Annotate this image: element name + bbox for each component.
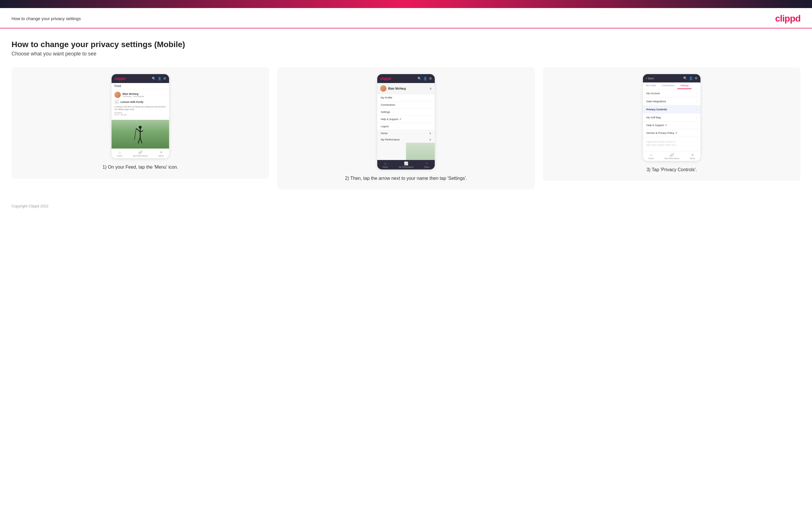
menu-label-1: Menu	[159, 155, 164, 157]
privacy-arrow: ›	[696, 108, 697, 111]
performance-label-3: My Performance	[664, 157, 679, 159]
step-2-description: 2) Then, tap the arrow next to your name…	[345, 175, 467, 181]
menu-label-2: Menu	[424, 166, 429, 168]
top-bar	[0, 0, 812, 8]
user-icon-1: 👤	[158, 77, 162, 80]
menu-user-name: Blair McHarg	[388, 87, 406, 90]
home-icon-2: ⌂	[384, 161, 386, 165]
performance-label-2: My Performance	[399, 166, 413, 168]
step-3-card: < Back 🔍 👤 ⚙ My Profile Connections Sett…	[543, 67, 801, 181]
svg-line-5	[140, 137, 142, 143]
footer: Copyright Clippd 2022	[0, 198, 812, 214]
settings-item-integrations[interactable]: Data Integrations ›	[643, 97, 701, 105]
menu-section-home[interactable]: Home∨	[377, 130, 435, 136]
bottom-performance-3: 📈 My Performance	[664, 153, 679, 159]
main-content: How to change your privacy settings (Mob…	[0, 29, 812, 198]
feed-bar: Feed	[111, 83, 169, 89]
phone-menu-bottom-bar: ⌂ Home 📈 My Performance ✕ Menu	[377, 160, 435, 169]
close-icon-2: ✕	[425, 161, 428, 165]
golf-bag-arrow: ›	[696, 116, 697, 119]
account-arrow: ›	[696, 92, 697, 95]
phone-icons-2: 🔍 👤 ⚙	[417, 77, 432, 80]
settings-item-help[interactable]: Help & Support ↗	[643, 121, 701, 129]
golf-image	[111, 120, 169, 149]
menu-section-performance[interactable]: My Performance∨	[377, 136, 435, 143]
settings-icon-2: ⚙	[429, 77, 432, 80]
phone-logo-2: clippd	[380, 76, 391, 81]
menu-item-logout[interactable]: Logout	[377, 123, 435, 130]
bottom-home-3: ⌂ Home	[648, 153, 654, 159]
home-label-2: Home	[383, 166, 388, 168]
back-button[interactable]: < Back	[646, 77, 654, 80]
settings-item-privacy[interactable]: Privacy Controls ›	[643, 105, 701, 113]
phone-mockup-2: clippd 🔍 👤 ⚙ Blair McHarg ∧	[377, 74, 435, 169]
phone-nav-bar-1: clippd 🔍 👤 ⚙	[111, 74, 169, 83]
search-icon-1: 🔍	[152, 77, 156, 80]
bottom-menu-1: ≡ Menu	[159, 150, 164, 157]
phone-bottom-bar-3: ⌂ Home 📈 My Performance ≡ Menu	[643, 151, 701, 161]
golfer-silhouette	[134, 125, 147, 149]
user-name-1: Blair McHarg	[122, 93, 144, 95]
phone-bottom-bar-1: ⌂ Home 📈 My Performance ≡ Menu	[111, 149, 169, 158]
svg-point-0	[139, 126, 142, 129]
privacy-label: Privacy Controls	[646, 108, 667, 111]
phone-logo-1: clippd	[114, 76, 125, 81]
phone-back-bar: < Back 🔍 👤 ⚙	[643, 74, 701, 82]
phone-icons-3: 🔍 👤 ⚙	[683, 76, 698, 80]
service-label: Service & Privacy Policy ↗	[646, 131, 677, 134]
bottom-performance-2: 📈 My Performance	[399, 161, 413, 168]
home-label-1: Home	[117, 155, 122, 157]
step-3-description: 3) Tap 'Privacy Controls'.	[646, 167, 697, 173]
bottom-menu-close-2[interactable]: ✕ Menu	[424, 161, 429, 168]
header: How to change your privacy settings clip…	[0, 8, 812, 29]
lesson-icon: ▷	[114, 100, 119, 104]
bottom-home-2: ⌂ Home	[383, 161, 388, 168]
menu-item-profile[interactable]: My Profile	[377, 94, 435, 101]
user-sub-1: Yesterday · Sunningdale	[122, 95, 144, 97]
avatar-1	[114, 92, 121, 98]
tab-settings[interactable]: Settings	[677, 82, 692, 89]
menu-item-help[interactable]: Help & Support ↗	[377, 116, 435, 123]
lesson-header: ▷ Lesson with Fordy	[114, 100, 166, 104]
page-subtitle: Choose what you want people to see	[11, 51, 801, 57]
phone-icons-1: 🔍 👤 ⚙	[152, 77, 166, 80]
svg-line-4	[138, 137, 140, 143]
user-icon-2: 👤	[423, 77, 427, 80]
bottom-menu-3: ≡ Menu	[690, 153, 695, 159]
tab-my-profile[interactable]: My Profile	[643, 82, 659, 89]
help-label: Help & Support ↗	[646, 124, 667, 127]
settings-item-account[interactable]: My Account ›	[643, 89, 701, 97]
tab-connections[interactable]: Connections	[659, 82, 677, 89]
breadcrumb: How to change your privacy settings	[11, 16, 81, 21]
lesson-desc: Looking to feel like my hands are exitin…	[114, 105, 166, 111]
menu-item-settings[interactable]: Settings	[377, 109, 435, 116]
menu-label-3: Menu	[690, 157, 695, 159]
home-icon-1: ⌂	[118, 150, 120, 154]
integrations-arrow: ›	[696, 100, 697, 103]
bottom-performance-1: 📈 My Performance	[133, 150, 148, 157]
settings-item-golf-bag[interactable]: My Golf Bag ›	[643, 113, 701, 121]
copyright: Copyright Clippd 2022	[11, 204, 49, 208]
lesson-title: Lesson with Fordy	[120, 101, 144, 103]
performance-icon-2: 📈	[404, 161, 408, 165]
settings-item-service[interactable]: Service & Privacy Policy ↗	[643, 129, 701, 137]
settings-icon-1: ⚙	[163, 77, 166, 80]
step-1-description: 1) On your Feed, tap the 'Menu' icon.	[102, 164, 178, 170]
integrations-label: Data Integrations	[646, 100, 666, 103]
step-1-card: clippd 🔍 👤 ⚙ Feed	[11, 67, 269, 179]
user-row: Blair McHarg Yesterday · Sunningdale	[114, 92, 166, 98]
golf-bag-label: My Golf Bag	[646, 116, 661, 119]
menu-arrow[interactable]: ∧	[429, 87, 432, 91]
account-label: My Account	[646, 92, 660, 95]
bottom-home-1: ⌂ Home	[117, 150, 122, 157]
menu-icon-3: ≡	[692, 153, 694, 157]
avatar-2	[380, 85, 387, 92]
performance-icon-3: 📈	[670, 153, 674, 157]
phone-mockup-3: < Back 🔍 👤 ⚙ My Profile Connections Sett…	[643, 74, 701, 161]
menu-item-connections[interactable]: Connections	[377, 101, 435, 109]
duration: Duration01 hr : 30 min	[114, 112, 166, 116]
svg-line-2	[136, 128, 140, 132]
search-icon-2: 🔍	[417, 77, 421, 80]
svg-line-6	[135, 128, 136, 140]
logo[interactable]: clippd	[775, 13, 801, 24]
